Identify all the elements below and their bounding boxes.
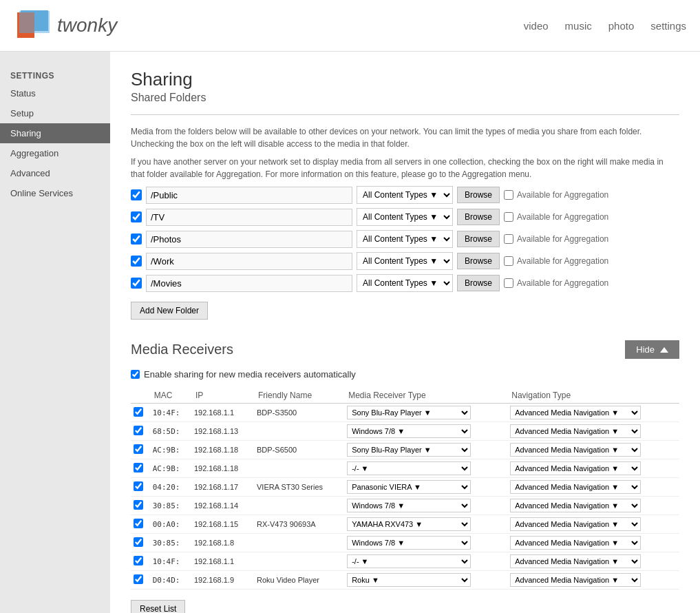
browse-button[interactable]: Browse — [457, 187, 500, 203]
folder-row: All Content Types ▼ Browse Available for… — [131, 208, 679, 226]
receiver-mac: 10:4F: — [150, 404, 191, 422]
content-type-select[interactable]: All Content Types ▼ — [357, 274, 453, 292]
aggregation-checkbox[interactable] — [504, 212, 513, 222]
receiver-nav-type-select[interactable]: Advanced Media Navigation ▼ — [510, 461, 641, 475]
receiver-checkbox[interactable] — [134, 407, 143, 417]
sidebar-item-status[interactable]: Status — [0, 83, 110, 103]
folder-row: All Content Types ▼ Browse Available for… — [131, 252, 679, 270]
receiver-type-select[interactable]: YAMAHA RXV473 ▼ — [347, 517, 471, 531]
aggregation-area: Available for Aggregation — [504, 190, 608, 200]
browse-button[interactable]: Browse — [457, 275, 500, 291]
receiver-nav-type-select[interactable]: Advanced Media Navigation ▼ — [510, 536, 641, 550]
receiver-type-select[interactable]: Sony Blu-Ray Player ▼ — [347, 443, 471, 457]
folder-enable-checkbox[interactable] — [131, 278, 142, 289]
receiver-type-select[interactable]: -/- ▼ — [347, 554, 471, 568]
receiver-nav-type-select[interactable]: Advanced Media Navigation ▼ — [510, 517, 641, 531]
receiver-mac: AC:9B: — [150, 459, 191, 478]
folder-row: All Content Types ▼ Browse Available for… — [131, 274, 679, 292]
folder-path-input[interactable] — [146, 253, 352, 270]
receiver-mac: 30:85: — [150, 534, 191, 552]
receiver-checkbox[interactable] — [134, 444, 143, 454]
receiver-mac: D0:4D: — [150, 571, 191, 590]
table-row: 30:85:192.168.1.8Windows 7/8 ▼Advanced M… — [131, 534, 679, 552]
aggregation-label: Available for Aggregation — [517, 256, 608, 266]
folder-enable-checkbox[interactable] — [131, 211, 142, 222]
top-nav: video music photo settings — [524, 20, 686, 32]
table-row: 10:4F:192.168.1.1BDP-S3500Sony Blu-Ray P… — [131, 404, 679, 422]
nav-music[interactable]: music — [565, 20, 592, 32]
receiver-mac: 00:A0: — [150, 515, 191, 534]
nav-settings[interactable]: settings — [650, 20, 686, 32]
content-type-select[interactable]: All Content Types ▼ — [357, 186, 453, 204]
folder-enable-checkbox[interactable] — [131, 189, 142, 200]
receiver-mac: AC:9B: — [150, 441, 191, 459]
receiver-checkbox[interactable] — [134, 426, 143, 435]
sidebar-item-setup[interactable]: Setup — [0, 103, 110, 123]
receiver-checkbox[interactable] — [134, 481, 143, 491]
receiver-friendly-name — [254, 534, 344, 552]
receiver-nav-type-select[interactable]: Advanced Media Navigation ▼ — [510, 406, 641, 419]
logo-text: twonky — [57, 14, 117, 37]
receiver-checkbox[interactable] — [134, 556, 143, 565]
folder-path-input[interactable] — [146, 275, 352, 292]
receiver-type-select[interactable]: Roku ▼ — [347, 573, 471, 587]
content-type-select[interactable]: All Content Types ▼ — [357, 252, 453, 270]
folder-enable-checkbox[interactable] — [131, 256, 142, 267]
aggregation-checkbox[interactable] — [504, 256, 513, 266]
receiver-friendly-name — [254, 552, 344, 571]
receiver-friendly-name: VIERA ST30 Series — [254, 478, 344, 497]
browse-button[interactable]: Browse — [457, 231, 500, 247]
aggregation-checkbox[interactable] — [504, 234, 513, 244]
receiver-nav-type-select[interactable]: Advanced Media Navigation ▼ — [510, 424, 641, 438]
receiver-friendly-name — [254, 422, 344, 441]
sidebar-item-advanced[interactable]: Advanced — [0, 163, 110, 183]
receiver-type-select[interactable]: -/- ▼ — [347, 461, 471, 475]
browse-button[interactable]: Browse — [457, 253, 500, 269]
receiver-checkbox[interactable] — [134, 537, 143, 547]
reset-list-button[interactable]: Reset List — [131, 600, 185, 613]
receiver-type-select[interactable]: Windows 7/8 ▼ — [347, 499, 471, 512]
add-new-folder-button[interactable]: Add New Folder — [131, 302, 208, 320]
aggregation-checkbox[interactable] — [504, 190, 513, 200]
receiver-nav-type-select[interactable]: Advanced Media Navigation ▼ — [510, 499, 641, 512]
receiver-checkbox[interactable] — [134, 500, 143, 510]
receiver-nav-type-select[interactable]: Advanced Media Navigation ▼ — [510, 480, 641, 494]
browse-button[interactable]: Browse — [457, 209, 500, 225]
receiver-type-select[interactable]: Windows 7/8 ▼ — [347, 424, 471, 438]
receiver-ip: 192.168.1.18 — [191, 441, 254, 459]
enable-sharing-checkbox[interactable] — [131, 370, 140, 379]
media-receivers-title: Media Receivers — [131, 342, 233, 357]
receiver-mac: 30:85: — [150, 497, 191, 515]
receiver-nav-type-select[interactable]: Advanced Media Navigation ▼ — [510, 443, 641, 457]
folder-path-input[interactable] — [146, 187, 352, 204]
aggregation-label: Available for Aggregation — [517, 278, 608, 288]
nav-photo[interactable]: photo — [608, 20, 635, 32]
folder-path-input[interactable] — [146, 209, 352, 226]
table-row: AC:9B:192.168.1.18-/- ▼Advanced Media Na… — [131, 459, 679, 478]
page-title: Sharing — [131, 69, 679, 90]
receiver-checkbox[interactable] — [134, 574, 143, 584]
receiver-type-select[interactable]: Sony Blu-Ray Player ▼ — [347, 406, 471, 419]
aggregation-area: Available for Aggregation — [504, 212, 608, 222]
receiver-nav-type-select[interactable]: Advanced Media Navigation ▼ — [510, 573, 641, 587]
header: twonky video music photo settings — [0, 0, 700, 52]
aggregation-checkbox[interactable] — [504, 278, 513, 288]
hide-label: Hide — [636, 344, 655, 355]
sidebar-item-sharing[interactable]: Sharing — [0, 123, 110, 143]
nav-video[interactable]: video — [524, 20, 549, 32]
receiver-checkbox[interactable] — [134, 463, 143, 472]
receiver-type-select[interactable]: Panasonic VIERA ▼ — [347, 480, 471, 494]
receiver-friendly-name: BDP-S3500 — [254, 404, 344, 422]
hide-button[interactable]: Hide — [625, 340, 679, 359]
receiver-type-select[interactable]: Windows 7/8 ▼ — [347, 536, 471, 550]
sidebar-item-aggregation[interactable]: Aggregation — [0, 143, 110, 163]
sidebar-item-online-services[interactable]: Online Services — [0, 183, 110, 203]
receiver-nav-type-select[interactable]: Advanced Media Navigation ▼ — [510, 554, 641, 568]
table-row: 68:5D:192.168.1.13Windows 7/8 ▼Advanced … — [131, 422, 679, 441]
folder-enable-checkbox[interactable] — [131, 233, 142, 245]
content-type-select[interactable]: All Content Types ▼ — [357, 230, 453, 248]
folder-path-input[interactable] — [146, 231, 352, 248]
receiver-checkbox[interactable] — [134, 519, 143, 528]
content-type-select[interactable]: All Content Types ▼ — [357, 208, 453, 226]
aggregation-label: Available for Aggregation — [517, 234, 608, 244]
